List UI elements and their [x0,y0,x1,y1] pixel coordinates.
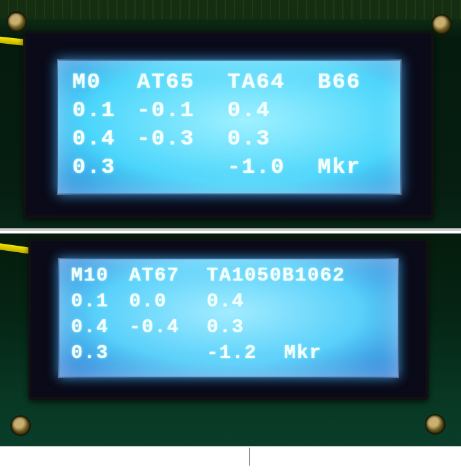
lcd-cell: TA64 [227,71,318,99]
lcd-cell: B66 [318,71,361,99]
lcd-cell: -0.1 [137,99,227,128]
lcd-module-top: M0 AT65 TA64 B66 0.1 -0.1 0.4 0.4 -0.3 0… [23,31,434,218]
lcd-cell: 0.4 [71,317,129,343]
lcd-cell: M10 [71,266,129,292]
lcd-cell: 0.0 [129,292,207,317]
lcd-cell: -0.4 [129,317,207,343]
lcd-row-2: 0.4 -0.3 0.3 [72,128,389,156]
lcd-cell: -0.3 [137,128,227,156]
lcd-cell: 0.4 [72,128,137,156]
mounting-hole [426,415,444,433]
lcd-cell: M0 [72,71,137,99]
lcd-cell: 0.3 [72,156,137,184]
lcd-screen-bottom: M10 AT67 TA1050B1062 0.1 0.0 0.4 0.4 -0.… [58,258,399,378]
lcd-cell: 0.3 [227,128,318,156]
lcd-cell: 0.1 [71,292,129,317]
lcd-screen-top: M0 AT65 TA64 B66 0.1 -0.1 0.4 0.4 -0.3 0… [57,59,402,195]
lcd-cell: -1.0 [227,156,318,184]
lcd-cell: TA1050B1062 [207,266,345,292]
lcd-cell: AT65 [137,71,227,99]
lcd-row-0: M10 AT67 TA1050B1062 [71,266,387,292]
photo-bottom: M10 AT67 TA1050B1062 0.1 0.0 0.4 0.4 -0.… [0,233,461,446]
lcd-cell: -1.2 [207,343,284,369]
mounting-hole [8,13,26,31]
lcd-cell: AT67 [129,266,207,292]
lcd-cell: Mkr [318,156,361,184]
mounting-hole [433,15,451,34]
lcd-row-3: 0.3 -1.0 Mkr [72,156,389,184]
lcd-cell: 0.4 [207,292,284,317]
lcd-cell: 0.3 [207,317,284,343]
blank-margin [0,446,461,472]
lcd-cell [137,156,227,184]
mounting-hole [12,417,30,435]
lcd-cell: Mkr [284,343,322,369]
lcd-row-1: 0.1 0.0 0.4 [71,292,387,317]
lcd-row-2: 0.4 -0.4 0.3 [71,317,387,343]
pcb-edge [0,0,461,19]
lcd-row-1: 0.1 -0.1 0.4 [72,99,389,128]
lcd-row-3: 0.3 -1.2 Mkr [71,343,387,369]
lcd-module-bottom: M10 AT67 TA1050B1062 0.1 0.0 0.4 0.4 -0.… [28,239,429,400]
lcd-row-0: M0 AT65 TA64 B66 [72,71,389,99]
lcd-cell: 0.1 [72,99,137,128]
lcd-cell: 0.4 [227,99,318,128]
lcd-cell [129,343,207,369]
lcd-cell: 0.3 [71,343,129,369]
photo-top: M0 AT65 TA64 B66 0.1 -0.1 0.4 0.4 -0.3 0… [0,0,461,231]
